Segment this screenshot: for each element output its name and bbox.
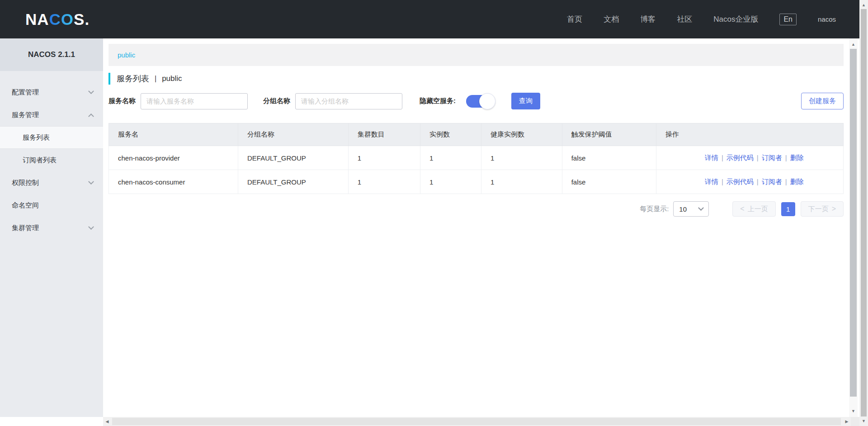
- action-separator: |: [722, 178, 723, 185]
- sidebar: NACOS 2.1.1 配置管理 服务管理 服务列表 订阅者列表 权限控制: [0, 38, 103, 417]
- nacos-logo[interactable]: NACOS.: [25, 10, 90, 28]
- cell-healthy-count: 1: [481, 146, 562, 170]
- filter-toolbar: 服务名称 分组名称 隐藏空服务: 查询 创建服务: [108, 93, 844, 109]
- sidebar-item-namespace[interactable]: 命名空间: [0, 194, 103, 217]
- action-separator: |: [785, 154, 787, 161]
- language-switch-button[interactable]: En: [779, 14, 797, 25]
- top-navbar: NACOS. 首页 文档 博客 社区 Nacos企业版 En nacos: [0, 0, 859, 38]
- prev-page-label: 上一页: [748, 205, 768, 213]
- content-vertical-scrollbar[interactable]: ▲ ▼: [849, 38, 858, 417]
- sidebar-item-label: 集群管理: [12, 224, 39, 232]
- col-header-protect-threshold: 触发保护阈值: [562, 123, 656, 146]
- bottom-left-corner: [0, 417, 103, 426]
- bottom-right-corner: [851, 417, 859, 426]
- sidebar-item-label: 权限控制: [12, 179, 39, 187]
- sidebar-item-service-list[interactable]: 服务列表: [0, 126, 103, 149]
- scroll-up-icon[interactable]: ▲: [849, 41, 858, 47]
- hide-empty-service-label: 隐藏空服务:: [420, 97, 456, 105]
- col-header-group-name: 分组名称: [238, 123, 349, 146]
- chevron-right-icon: >: [832, 205, 836, 213]
- title-accent-bar: [108, 73, 110, 85]
- next-page-label: 下一页: [808, 205, 829, 213]
- cell-healthy-count: 1: [481, 170, 562, 194]
- prev-page-button[interactable]: < 上一页: [732, 201, 775, 217]
- cell-instance-count: 1: [420, 146, 481, 170]
- toggle-knob: [479, 93, 495, 109]
- service-table: 服务名 分组名称 集群数目 实例数 健康实例数 触发保护阈值 操作 chen-n…: [108, 123, 844, 194]
- page-title-namespace: public: [162, 74, 182, 83]
- scrollbar-thumb[interactable]: [850, 49, 857, 397]
- delete-link[interactable]: 删除: [790, 178, 804, 185]
- scroll-right-icon[interactable]: ▶: [843, 417, 851, 426]
- sidebar-menu: 配置管理 服务管理 服务列表 订阅者列表 权限控制 命: [0, 71, 103, 239]
- sidebar-item-label: 配置管理: [12, 88, 39, 97]
- search-button[interactable]: 查询: [511, 93, 540, 109]
- sidebar-item-subscriber-list[interactable]: 订阅者列表: [0, 149, 103, 171]
- chevron-down-icon: [88, 179, 94, 185]
- sidebar-item-label: 订阅者列表: [23, 156, 57, 165]
- cell-protect-threshold: false: [562, 146, 656, 170]
- sidebar-item-cluster-management[interactable]: 集群管理: [0, 217, 103, 239]
- next-page-button[interactable]: 下一页 >: [801, 201, 844, 217]
- chevron-down-icon: [88, 224, 94, 230]
- col-header-service-name: 服务名: [109, 123, 238, 146]
- sidebar-item-permission-control[interactable]: 权限控制: [0, 171, 103, 194]
- window-vertical-scrollbar[interactable]: ▲ ▼: [859, 0, 868, 426]
- sidebar-item-service-management[interactable]: 服务管理: [0, 104, 103, 126]
- detail-link[interactable]: 详情: [705, 178, 718, 185]
- horizontal-scrollbar[interactable]: ◀ ▶: [103, 417, 851, 426]
- service-name-label: 服务名称: [108, 97, 136, 105]
- subscriber-link[interactable]: 订阅者: [762, 154, 782, 161]
- cell-group-name: DEFAULT_GROUP: [238, 146, 349, 170]
- scroll-up-icon[interactable]: ▲: [859, 2, 868, 8]
- scroll-left-icon[interactable]: ◀: [103, 417, 111, 426]
- service-name-input[interactable]: [141, 93, 248, 109]
- page-title-text: 服务列表: [117, 73, 149, 84]
- sample-code-link[interactable]: 示例代码: [726, 154, 754, 161]
- col-header-healthy-instance-count: 健康实例数: [481, 123, 562, 146]
- group-name-input[interactable]: [295, 93, 402, 109]
- logged-in-username[interactable]: nacos: [818, 15, 836, 23]
- app-window: NACOS. 首页 文档 博客 社区 Nacos企业版 En nacos NAC…: [0, 0, 859, 426]
- col-header-instance-count: 实例数: [420, 123, 481, 146]
- sidebar-item-label: 服务管理: [12, 111, 39, 119]
- sidebar-version-title: NACOS 2.1.1: [0, 38, 103, 71]
- cell-instance-count: 1: [420, 170, 481, 194]
- logo-text-prefix: NA: [25, 10, 49, 28]
- current-page-button[interactable]: 1: [781, 202, 795, 216]
- detail-link[interactable]: 详情: [705, 154, 718, 161]
- page-size-label: 每页显示:: [640, 205, 669, 213]
- nav-link-home[interactable]: 首页: [567, 14, 582, 24]
- sidebar-item-label: 服务列表: [23, 133, 50, 142]
- breadcrumb-namespace-link[interactable]: public: [118, 51, 135, 59]
- create-service-button[interactable]: 创建服务: [801, 93, 844, 109]
- action-separator: |: [722, 154, 723, 161]
- cell-operations: 详情|示例代码|订阅者|删除: [656, 170, 843, 194]
- cell-service-name: chen-nacos-consumer: [109, 170, 238, 194]
- action-separator: |: [785, 178, 787, 185]
- col-header-cluster-count: 集群数目: [348, 123, 420, 146]
- cell-cluster-count: 1: [348, 170, 420, 194]
- sidebar-item-config-management[interactable]: 配置管理: [0, 81, 103, 104]
- cell-protect-threshold: false: [562, 170, 656, 194]
- scroll-down-icon[interactable]: ▼: [849, 408, 858, 414]
- breadcrumb: public: [108, 44, 844, 66]
- col-header-operations: 操作: [656, 123, 843, 146]
- scrollbar-thumb[interactable]: [112, 418, 841, 425]
- hide-empty-service-toggle[interactable]: [466, 95, 494, 108]
- title-separator: |: [155, 75, 156, 83]
- nav-link-enterprise[interactable]: Nacos企业版: [713, 14, 758, 24]
- subscriber-link[interactable]: 订阅者: [762, 178, 782, 185]
- nav-link-docs[interactable]: 文档: [604, 14, 619, 24]
- scroll-down-icon[interactable]: ▼: [859, 418, 868, 424]
- logo-infinity-icon: CO: [49, 10, 74, 28]
- nav-link-blog[interactable]: 博客: [640, 14, 656, 24]
- navbar-links: 首页 文档 博客 社区 Nacos企业版 En nacos: [567, 14, 836, 25]
- table-row: chen-nacos-provider DEFAULT_GROUP 1 1 1 …: [109, 146, 844, 170]
- nav-link-community[interactable]: 社区: [677, 14, 692, 24]
- logo-text-suffix: S.: [74, 10, 90, 28]
- scrollbar-thumb[interactable]: [861, 9, 867, 417]
- delete-link[interactable]: 删除: [790, 154, 804, 161]
- page-size-select[interactable]: 10: [673, 201, 709, 217]
- sample-code-link[interactable]: 示例代码: [726, 178, 754, 185]
